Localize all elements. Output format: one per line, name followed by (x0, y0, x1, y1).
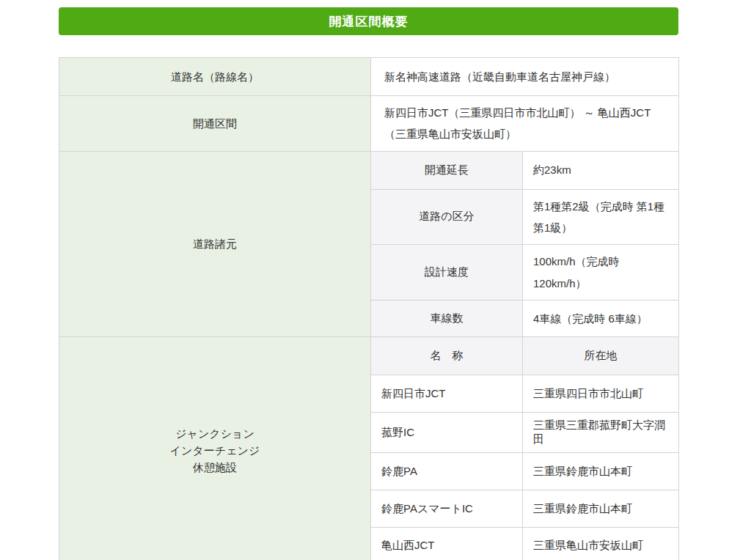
spec-value-cell: 4車線（完成時 6車線） (523, 301, 679, 337)
opening-section-value-cell: 新四日市JCT（三重県四日市市北山町） ～ 亀山西JCT（三重県亀山市安坂山町） (371, 96, 679, 152)
table-row-road-name: 道路名（路線名） 新名神高速道路（近畿自動車道名古屋神戸線） (59, 58, 679, 96)
facilities-category-line: インターチェンジ (60, 442, 370, 459)
facility-name-cell: 菰野IC (371, 413, 523, 453)
facilities-category-cell: ジャンクション インターチェンジ 休憩施設 (59, 337, 371, 560)
spec-value-cell: 約23km (523, 151, 679, 189)
spec-value-cell: 第1種第2級（完成時 第1種第1級） (523, 189, 679, 245)
facility-name-cell: 新四日市JCT (371, 375, 523, 413)
road-specs-category-cell: 道路諸元 (59, 151, 371, 337)
spec-label-cell: 車線数 (371, 301, 523, 337)
facilities-category-line: ジャンクション (60, 425, 370, 442)
spec-value-cell: 100km/h（完成時 120km/h） (523, 245, 679, 301)
overview-table: 道路名（路線名） 新名神高速道路（近畿自動車道名古屋神戸線） 開通区間 新四日市… (59, 57, 679, 560)
table-row-facility-header: ジャンクション インターチェンジ 休憩施設 名 称 所在地 (59, 337, 679, 375)
opening-section-label-cell: 開通区間 (59, 96, 371, 152)
road-name-value-cell: 新名神高速道路（近畿自動車道名古屋神戸線） (371, 58, 679, 96)
table-row-opening-section: 開通区間 新四日市JCT（三重県四日市市北山町） ～ 亀山西JCT（三重県亀山市… (59, 96, 679, 152)
facility-name-cell: 亀山西JCT (371, 528, 523, 560)
road-name-label-cell: 道路名（路線名） (59, 58, 371, 96)
facility-location-header-cell: 所在地 (523, 337, 679, 375)
spec-label-cell: 道路の区分 (371, 189, 523, 245)
facility-name-header-cell: 名 称 (371, 337, 523, 375)
facility-name-cell: 鈴鹿PAスマートIC (371, 490, 523, 528)
facility-location-cell: 三重県三重郡菰野町大字潤田 (523, 413, 679, 453)
table-row-spec-length: 道路諸元 開通延長 約23km (59, 151, 679, 189)
facilities-category-line: 休憩施設 (60, 459, 370, 476)
page-title-bar: 開通区間概要 (59, 7, 678, 35)
spec-label-cell: 設計速度 (371, 245, 523, 301)
page-content: 開通区間概要 道路名（路線名） 新名神高速道路（近畿自動車道名古屋神戸線） 開通… (59, 7, 678, 560)
facility-location-cell: 三重県鈴鹿市山本町 (523, 490, 679, 528)
spec-label-cell: 開通延長 (371, 151, 523, 189)
page-title: 開通区間概要 (329, 13, 409, 30)
facility-location-cell: 三重県鈴鹿市山本町 (523, 453, 679, 490)
facility-location-cell: 三重県四日市市北山町 (523, 375, 679, 413)
facility-name-cell: 鈴鹿PA (371, 453, 523, 490)
facility-location-cell: 三重県亀山市安坂山町 (523, 528, 679, 560)
